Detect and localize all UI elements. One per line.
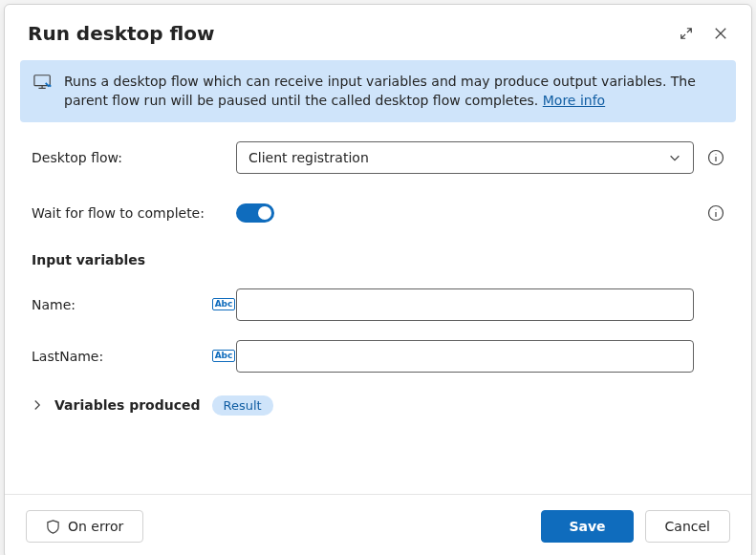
on-error-label: On error bbox=[68, 519, 123, 534]
close-icon[interactable] bbox=[713, 26, 728, 41]
text-type-icon: Abc bbox=[212, 298, 236, 311]
wait-info-icon[interactable] bbox=[707, 204, 724, 222]
desktop-flow-row: Desktop flow: Client registration bbox=[32, 141, 724, 174]
toggle-knob bbox=[258, 206, 271, 220]
wait-toggle[interactable] bbox=[236, 203, 274, 223]
input-variables-heading: Input variables bbox=[32, 252, 724, 267]
form-body: Desktop flow: Client registration Wait f… bbox=[5, 136, 751, 494]
desktop-flow-value: Client registration bbox=[248, 150, 668, 165]
variables-produced-row[interactable]: Variables produced Result bbox=[32, 395, 724, 416]
desktop-flow-icon bbox=[33, 74, 53, 95]
on-error-button[interactable]: On error bbox=[26, 510, 143, 543]
header-actions bbox=[679, 26, 728, 41]
lastname-input[interactable] bbox=[236, 340, 694, 373]
text-type-icon: Abc bbox=[212, 350, 236, 363]
chevron-down-icon bbox=[668, 151, 681, 164]
dialog-footer: On error Save Cancel bbox=[5, 494, 751, 555]
name-label: Name: bbox=[32, 297, 211, 312]
desktop-flow-label: Desktop flow: bbox=[32, 150, 211, 165]
variables-produced-label: Variables produced bbox=[54, 397, 201, 413]
dialog-title: Run desktop flow bbox=[28, 22, 679, 45]
cancel-button[interactable]: Cancel bbox=[645, 510, 730, 543]
result-variable-chip[interactable]: Result bbox=[212, 395, 273, 416]
info-banner-text: Runs a desktop flow which can receive in… bbox=[64, 72, 723, 111]
desktop-flow-select[interactable]: Client registration bbox=[236, 141, 694, 174]
wait-row: Wait for flow to complete: bbox=[32, 197, 724, 229]
name-row: Name: Abc bbox=[32, 288, 724, 321]
name-input[interactable] bbox=[236, 288, 694, 321]
desktop-flow-info-icon[interactable] bbox=[707, 149, 724, 166]
lastname-row: LastName: Abc bbox=[32, 340, 724, 373]
info-banner: Runs a desktop flow which can receive in… bbox=[20, 60, 736, 122]
expand-icon[interactable] bbox=[679, 26, 694, 41]
save-button[interactable]: Save bbox=[541, 510, 633, 543]
lastname-label: LastName: bbox=[32, 349, 211, 364]
chevron-right-icon bbox=[32, 399, 43, 411]
more-info-link[interactable]: More info bbox=[543, 93, 605, 108]
lastname-type-badge: Abc bbox=[211, 350, 236, 363]
run-desktop-flow-dialog: Run desktop flow Runs a desktop flow whi… bbox=[4, 4, 752, 555]
dialog-header: Run desktop flow bbox=[5, 5, 751, 58]
name-type-badge: Abc bbox=[211, 298, 236, 311]
shield-icon bbox=[46, 520, 60, 534]
wait-label: Wait for flow to complete: bbox=[32, 205, 211, 221]
